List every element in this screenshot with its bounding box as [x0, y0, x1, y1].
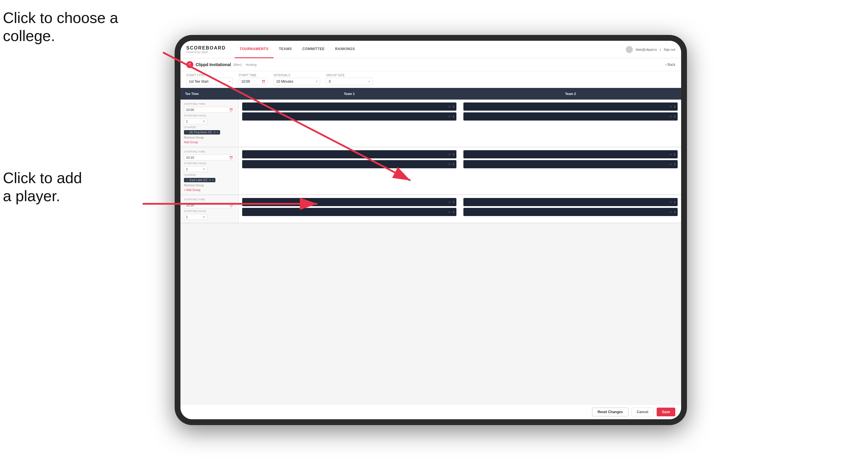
x-icon-5: ✕: [448, 153, 451, 156]
group-left-2: STARTING TIME: 10:10 ⏰ STARTING HOLE: 1 …: [181, 147, 239, 194]
nav-bar: SCOREBOARD Powered by clippd TOURNAMENTS…: [181, 41, 681, 58]
expand-icon-6: ⬍: [452, 163, 455, 166]
x-icon-6: ✕: [448, 163, 451, 166]
player-slot-3-2[interactable]: ✕ ⬍: [242, 160, 457, 168]
intervals-select[interactable]: 10 Minutes ▾: [274, 78, 320, 85]
logo-title: SCOREBOARD: [186, 45, 226, 51]
main-content[interactable]: STARTING TIME: 10:00 ⏰ STARTING HOLE: 1 …: [181, 100, 681, 404]
starting-time-input-3[interactable]: 10:20 ⏰: [184, 203, 235, 208]
player-slot-6-2[interactable]: ✕ ⬍: [463, 208, 678, 216]
reset-button[interactable]: Reset Changes: [592, 408, 628, 416]
table-header: Tee Time Team 1 Team 2: [181, 88, 681, 100]
starting-time-input-1[interactable]: 10:00 ⏰: [184, 107, 235, 113]
chevron-hole-3: ⬍: [203, 215, 205, 218]
add-group-2[interactable]: + Add Group: [184, 188, 235, 192]
bottom-bar: Reset Changes Cancel Save: [181, 404, 681, 419]
start-type-select[interactable]: 1st Tee Start ▾: [186, 78, 233, 85]
course-label-1: COURSE:: [184, 126, 235, 129]
expand-icon-4: ⬍: [674, 115, 676, 118]
group-row-2: STARTING TIME: 10:10 ⏰ STARTING HOLE: 1 …: [181, 147, 681, 195]
user-email: blair@clippd.io: [636, 48, 657, 51]
group-size-group: Group Size 3 ▾: [326, 74, 373, 85]
player-slot-5-1[interactable]: ✕ ⬍: [242, 198, 457, 206]
group-size-label: Group Size: [326, 74, 373, 77]
expand-icon-12: ⬍: [674, 211, 676, 214]
x-icon-4: ✕: [670, 115, 672, 118]
nav-tab-committee[interactable]: COMMITTEE: [297, 41, 330, 58]
expand-icon-10: ⬍: [452, 211, 455, 214]
starting-hole-label-3: STARTING HOLE:: [184, 210, 235, 213]
player-slot-1-2[interactable]: ✕ ⬍: [242, 113, 457, 121]
th-tee-time: Tee Time: [181, 90, 239, 97]
expand-icon-8: ⬍: [674, 163, 676, 166]
course-tag-2[interactable]: ⬡ East Lake GC ✕ ▾: [184, 178, 215, 182]
expand-icon-3: ⬍: [674, 105, 676, 108]
nav-tab-rankings[interactable]: RANKINGS: [330, 41, 360, 58]
expand-icon-9: ⬍: [452, 200, 455, 204]
cancel-button[interactable]: Cancel: [631, 408, 654, 416]
course-icon-2: ⬡: [186, 179, 188, 182]
x-icon-7: ✕: [670, 153, 672, 156]
save-button[interactable]: Save: [657, 408, 675, 416]
course-tag-area-1: ⬡ (A) Peachtree GC ✕ ▾: [184, 130, 235, 134]
group-row-1: STARTING TIME: 10:00 ⏰ STARTING HOLE: 1 …: [181, 100, 681, 147]
player-slot-4-2[interactable]: ✕ ⬍: [463, 160, 678, 168]
nav-tab-tournaments[interactable]: TOURNAMENTS: [235, 41, 274, 58]
chevron-hole-1: ⬍: [203, 120, 205, 123]
x-icon-12: ✕: [670, 211, 672, 214]
remove-group-2[interactable]: Remove Group: [184, 184, 235, 187]
player-slot-6-1[interactable]: ✕ ⬍: [463, 198, 678, 206]
logo-area: SCOREBOARD Powered by clippd: [186, 45, 226, 54]
avatar: [626, 46, 633, 53]
course-chevron-2: ▾: [212, 179, 214, 182]
player-slot-5-2[interactable]: ✕ ⬍: [242, 208, 457, 216]
nav-tab-teams[interactable]: TEAMS: [274, 41, 297, 58]
separator: |: [660, 48, 661, 51]
th-team2: Team 2: [460, 90, 681, 97]
course-tag-1[interactable]: ⬡ (A) Peachtree GC ✕ ▾: [184, 130, 220, 134]
course-remove-icon-1[interactable]: ✕: [213, 131, 216, 134]
group-row-3: STARTING TIME: 10:20 ⏰ STARTING HOLE: 1 …: [181, 195, 681, 223]
player-slot-1-1[interactable]: ✕ ⬍: [242, 102, 457, 111]
group-team1-2: ✕ ⬍ ✕ ⬍: [239, 147, 460, 194]
start-time-group: Start Time 10:00 ⏰: [239, 74, 268, 85]
player-slot-2-1[interactable]: ✕ ⬍: [463, 102, 678, 111]
course-label-2: COURSE:: [184, 174, 235, 177]
group-team2-2: ✕ ⬍ ✕ ⬍: [460, 147, 681, 194]
clock-icon-2: ⏰: [229, 156, 233, 159]
tablet-screen: SCOREBOARD Powered by clippd TOURNAMENTS…: [181, 41, 681, 419]
starting-hole-label-2: STARTING HOLE:: [184, 162, 235, 165]
starting-time-label-2: STARTING TIME:: [184, 150, 235, 153]
back-button[interactable]: ‹ Back: [665, 63, 675, 67]
sign-out-link[interactable]: Sign out: [664, 48, 675, 51]
controls-row: Start Type 1st Tee Start ▾ Start Time 10…: [181, 71, 681, 88]
starting-hole-input-1[interactable]: 1 ⬍: [184, 119, 207, 124]
chevron-hole-2: ⬍: [203, 168, 205, 170]
add-group-1[interactable]: Add Group: [184, 141, 235, 144]
course-remove-icon-2[interactable]: ✕: [209, 179, 211, 182]
course-tag-area-2: ⬡ East Lake GC ✕ ▾: [184, 178, 235, 182]
group-left-3: STARTING TIME: 10:20 ⏰ STARTING HOLE: 1 …: [181, 195, 239, 223]
nav-right: blair@clippd.io | Sign out: [626, 46, 675, 53]
player-slot-3-1[interactable]: ✕ ⬍: [242, 150, 457, 158]
chevron-down-icon-3: ▾: [369, 80, 370, 83]
course-chevron-1: ▾: [217, 131, 218, 134]
group-left-1: STARTING TIME: 10:00 ⏰ STARTING HOLE: 1 …: [181, 100, 239, 147]
group-team1-3: ✕ ⬍ ✕ ⬍: [239, 195, 460, 223]
start-time-label: Start Time: [239, 74, 268, 77]
player-slot-2-2[interactable]: ✕ ⬍: [463, 113, 678, 121]
annotation-choose-college: Click to choose a college.: [3, 9, 118, 45]
starting-hole-input-2[interactable]: 1 ⬍: [184, 166, 207, 172]
remove-group-1[interactable]: Remove Group: [184, 136, 235, 139]
expand-icon-5: ⬍: [452, 153, 455, 156]
expand-icon-2: ⬍: [452, 115, 455, 118]
player-slot-4-1[interactable]: ✕ ⬍: [463, 150, 678, 158]
start-time-input[interactable]: 10:00 ⏰: [239, 78, 268, 85]
clock-icon-1: ⏰: [229, 108, 233, 112]
start-type-group: Start Type 1st Tee Start ▾: [186, 74, 233, 85]
group-size-select[interactable]: 3 ▾: [326, 78, 373, 85]
starting-time-input-2[interactable]: 10:10 ⏰: [184, 155, 235, 160]
expand-icon-11: ⬍: [674, 200, 676, 204]
starting-hole-input-3[interactable]: 1 ⬍: [184, 214, 207, 220]
tournament-info: C Clippd Invitational (Men) Hosting: [186, 61, 665, 68]
